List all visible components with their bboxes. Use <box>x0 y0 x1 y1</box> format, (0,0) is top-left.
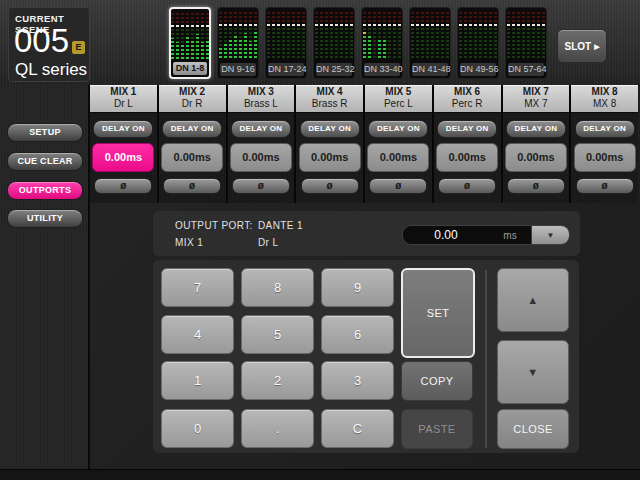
meter-blocks: DN 1-8 DN 9-16 DN 17-24 DN 25-32 DN 33-4… <box>169 7 547 79</box>
meter-block[interactable]: DN 1-8 <box>169 7 211 79</box>
meter-bar <box>484 12 487 60</box>
channel-label: MX 8 <box>571 98 638 110</box>
meter-bar <box>517 12 520 60</box>
delay-on-button[interactable]: DELAY ON <box>300 120 360 138</box>
channel-name: MIX 7 <box>503 85 570 98</box>
console-series-label: QL series <box>15 60 87 80</box>
sidebar-button-setup[interactable]: SETUP <box>7 123 83 142</box>
channel-name: MIX 4 <box>296 85 363 98</box>
delay-on-button[interactable]: DELAY ON <box>162 120 222 138</box>
decrement-button[interactable]: ▼ <box>497 340 569 404</box>
delay-value-box[interactable]: 0.00ms <box>230 143 292 172</box>
delay-value-box[interactable]: 0.00ms <box>92 143 154 172</box>
meter-bar <box>363 12 366 60</box>
slot-button[interactable]: SLOT ▶ <box>557 29 607 63</box>
channel-name: MIX 5 <box>365 85 432 98</box>
delay-on-button[interactable]: DELAY ON <box>368 120 428 138</box>
keypad-key-2[interactable]: 2 <box>241 361 314 400</box>
meter-bar <box>383 12 386 60</box>
sidebar-button-cue-clear[interactable]: CUE CLEAR <box>7 152 83 171</box>
channel-label: Dr R <box>159 98 226 110</box>
delay-on-button[interactable]: DELAY ON <box>231 120 291 138</box>
meter-bar <box>325 12 328 60</box>
meter-bar <box>350 12 353 60</box>
phase-button[interactable]: ø <box>163 178 221 194</box>
meter-block[interactable]: DN 41-48 <box>409 7 451 79</box>
sidebar-button-outports[interactable]: OUTPORTS <box>7 181 83 200</box>
meter-bar <box>254 12 257 60</box>
delay-value-box[interactable]: 0.00ms <box>161 143 223 172</box>
phase-button[interactable]: ø <box>438 178 496 194</box>
meter-bar <box>219 12 222 60</box>
set-button[interactable]: SET <box>401 268 475 358</box>
channel-label: Dr L <box>90 98 157 110</box>
meter-block-label: DN 1-8 <box>173 62 207 75</box>
keypad-key-3[interactable]: 3 <box>321 361 394 400</box>
keypad-key-9[interactable]: 9 <box>321 268 394 307</box>
delay-value-box[interactable]: 0.00ms <box>299 143 361 172</box>
keypad-panel: 7894561230.C SET COPY PASTE ▲ ▼ CLOSE <box>153 260 579 453</box>
meter-bar <box>345 12 348 60</box>
keypad-key-0[interactable]: 0 <box>161 409 234 448</box>
channel-label: Brass R <box>296 98 363 110</box>
increment-button[interactable]: ▲ <box>497 268 569 332</box>
meter-block[interactable]: DN 49-56 <box>457 7 499 79</box>
close-button[interactable]: CLOSE <box>497 409 569 449</box>
bottom-strip <box>0 469 640 480</box>
channel-strip: MIX 1 Dr L DELAY ON 0.00ms ø <box>90 85 157 203</box>
current-scene-box[interactable]: CURRENT SCENE 005 E QL series <box>8 7 90 82</box>
delay-value-box[interactable]: 0.00ms <box>367 143 429 172</box>
keypad-key-.[interactable]: . <box>241 409 314 448</box>
meter-block[interactable]: DN 9-16 <box>217 7 259 79</box>
meter-bars <box>218 12 258 60</box>
channel-strip: MIX 2 Dr R DELAY ON 0.00ms ø <box>159 85 226 203</box>
delay-unit: ms <box>489 230 531 241</box>
phase-button[interactable]: ø <box>301 178 359 194</box>
meter-bar <box>282 12 285 60</box>
delay-on-button[interactable]: DELAY ON <box>506 120 566 138</box>
delay-on-button[interactable]: DELAY ON <box>437 120 497 138</box>
delay-on-button[interactable]: DELAY ON <box>93 120 153 138</box>
meter-bars <box>362 12 402 60</box>
meter-bar <box>411 12 414 60</box>
keypad-key-6[interactable]: 6 <box>321 315 394 354</box>
keypad-key-8[interactable]: 8 <box>241 268 314 307</box>
delay-panel-header: OUTPUT PORT: DANTE 1 MIX 1 Dr L 0.00 ms … <box>153 211 580 256</box>
meter-block[interactable]: DN 33-40 <box>361 7 403 79</box>
delay-unit-dropdown[interactable]: ▼ <box>531 226 569 244</box>
meter-block[interactable]: DN 17-24 <box>265 7 307 79</box>
phase-button[interactable]: ø <box>94 178 152 194</box>
phase-button[interactable]: ø <box>232 178 290 194</box>
selected-channel-name: MIX 1 <box>175 237 203 248</box>
meter-bar <box>416 12 419 60</box>
copy-button[interactable]: COPY <box>401 361 473 401</box>
delay-value-box[interactable]: 0.00ms <box>574 143 636 172</box>
phase-button[interactable]: ø <box>576 178 634 194</box>
keypad-key-7[interactable]: 7 <box>161 268 234 307</box>
app-window: CURRENT SCENE 005 E QL series DN 1-8 DN … <box>0 0 640 480</box>
keypad-key-4[interactable]: 4 <box>161 315 234 354</box>
keypad-key-1[interactable]: 1 <box>161 361 234 400</box>
channel-strip: MIX 3 Brass L DELAY ON 0.00ms ø <box>228 85 295 203</box>
channel-strip: MIX 6 Perc R DELAY ON 0.00ms ø <box>434 85 501 203</box>
phase-button[interactable]: ø <box>507 178 565 194</box>
meter-block[interactable]: DN 25-32 <box>313 7 355 79</box>
keypad-key-5[interactable]: 5 <box>241 315 314 354</box>
meter-block[interactable]: DN 57-64 <box>505 7 547 79</box>
keypad-divider <box>485 270 487 448</box>
channel-name: MIX 3 <box>228 85 295 98</box>
delay-on-button[interactable]: DELAY ON <box>575 120 635 138</box>
meter-bar <box>542 12 545 60</box>
delay-value-box[interactable]: 0.00ms <box>505 143 567 172</box>
keypad-key-C[interactable]: C <box>321 409 394 448</box>
phase-button[interactable]: ø <box>369 178 427 194</box>
meter-bar <box>426 12 429 60</box>
sidebar-button-utility[interactable]: UTILITY <box>7 209 83 228</box>
delay-value-box[interactable]: 0.00ms <box>436 143 498 172</box>
channel-label: Perc R <box>434 98 501 110</box>
meter-bars <box>410 12 450 60</box>
delay-value-field[interactable]: 0.00 ms <box>403 226 531 244</box>
channel-header: MIX 3 Brass L <box>228 85 295 113</box>
meter-bar <box>224 12 227 60</box>
paste-button[interactable]: PASTE <box>401 409 473 449</box>
